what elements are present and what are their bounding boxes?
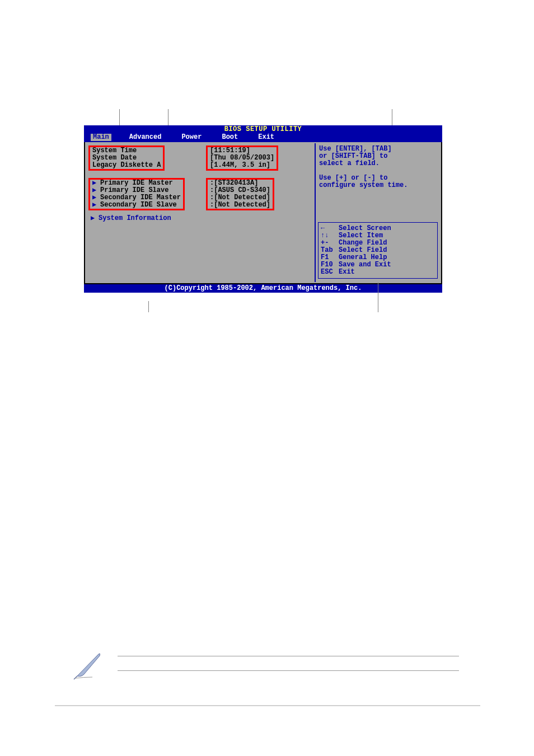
primary-ide-master-label: Primary IDE Master	[100, 179, 173, 187]
left-panel: System Time System Date Legacy Diskette …	[86, 143, 312, 282]
nav-exit: Exit	[339, 269, 355, 276]
field-values-group: [11:51:19] [Thu 08/05/2003] [1.44M, 3.5 …	[206, 145, 278, 171]
ide-values-group: :[ST320413A] :[ASUS CD-S340] :[Not Detec…	[206, 178, 274, 210]
secondary-ide-master-label: Secondary IDE Master	[100, 194, 181, 201]
secondary-ide-slave-row[interactable]: ▶Secondary IDE Slave	[92, 201, 181, 209]
help-line: select a field.	[319, 160, 437, 167]
ide-labels-group: ▶Primary IDE Master ▶Primary IDE Slave ▶…	[88, 178, 185, 210]
secondary-ide-slave-value: :[Not Detected]	[210, 201, 270, 209]
submenu-arrow-icon: ▶	[92, 201, 100, 209]
menu-bar: Main Advanced Power Boot Exit	[84, 134, 442, 142]
menu-exit[interactable]: Exit	[256, 134, 277, 141]
nav-key-esc: ESC	[321, 269, 339, 276]
menu-main[interactable]: Main	[91, 134, 111, 141]
legacy-diskette-value[interactable]: [1.44M, 3.5 in]	[210, 162, 274, 169]
system-information-row[interactable]: ▶System Information	[91, 215, 171, 222]
menu-power[interactable]: Power	[179, 134, 204, 141]
bios-title: BIOS SETUP UTILITY	[84, 125, 442, 134]
content-area: System Time System Date Legacy Diskette …	[84, 142, 442, 284]
primary-ide-slave-label: Primary IDE Slave	[100, 186, 168, 194]
copyright-text: (C)Copyright 1985-2002, American Megatre…	[165, 284, 362, 292]
system-information-label: System Information	[99, 214, 171, 222]
callout-line	[378, 283, 378, 312]
callout-line	[148, 301, 149, 312]
note-rule	[118, 670, 459, 671]
menu-boot[interactable]: Boot	[219, 134, 240, 141]
svg-line-0	[74, 676, 77, 679]
page-footer-divider	[55, 705, 480, 706]
note-rule	[118, 656, 459, 656]
note-feather-icon	[73, 649, 104, 680]
nav-legend: ←Select Screen ↑↓Select Item +-Change Fi…	[318, 222, 438, 279]
legacy-diskette-label[interactable]: Legacy Diskette A	[92, 162, 161, 169]
submenu-arrow-icon: ▶	[91, 215, 99, 222]
bios-window: BIOS SETUP UTILITY Main Advanced Power B…	[84, 125, 442, 293]
copyright-footer: (C)Copyright 1985-2002, American Megatre…	[84, 284, 442, 293]
help-text: Use [ENTER], [TAB] or [SHIFT-TAB] to sel…	[319, 145, 437, 189]
field-labels-group: System Time System Date Legacy Diskette …	[88, 145, 165, 171]
secondary-ide-slave-label: Secondary IDE Slave	[100, 201, 177, 209]
help-panel: Use [ENTER], [TAB] or [SHIFT-TAB] to sel…	[315, 143, 440, 282]
menu-advanced[interactable]: Advanced	[127, 134, 164, 141]
help-line: configure system time.	[319, 182, 437, 189]
